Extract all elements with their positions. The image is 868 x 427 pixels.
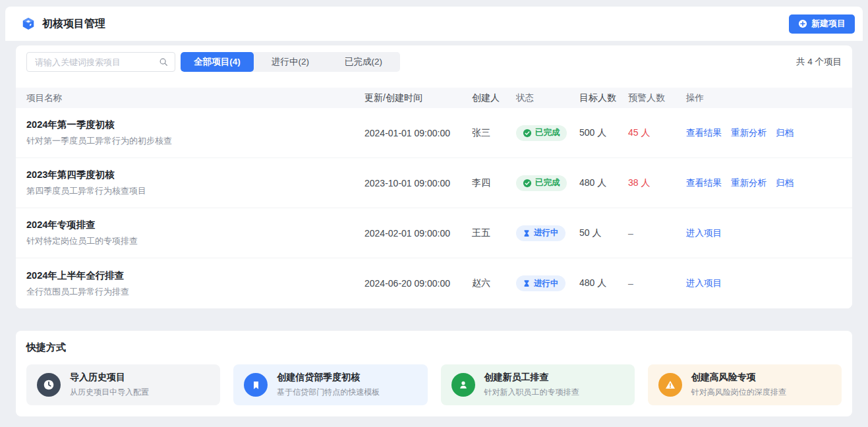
title-bar: 初核项目管理 新建项目: [5, 7, 863, 41]
plus-circle-icon: [798, 19, 807, 28]
shortcut-title: 导入历史项目: [70, 372, 149, 384]
bookmark-icon: [244, 373, 268, 397]
row-actions: 查看结果 重新分析 归档: [686, 127, 842, 139]
col-header-time: 更新/创建时间: [364, 92, 472, 104]
view-results-link[interactable]: 查看结果: [686, 177, 722, 189]
project-name-cell: 2024年专项排查 针对特定岗位员工的专项排查: [26, 219, 364, 247]
warning-count: –: [628, 278, 686, 289]
shortcut-text: 创建新员工排查 针对新入职员工的专项排查: [484, 372, 579, 398]
shortcut-desc: 针对高风险岗位的深度排查: [691, 387, 786, 398]
reanalyze-link[interactable]: 重新分析: [731, 127, 767, 139]
project-status-cell: 进行中: [516, 275, 579, 291]
status-badge: 已完成: [516, 175, 567, 191]
tab-completed[interactable]: 已完成(2): [327, 52, 400, 72]
clock-icon: [37, 373, 61, 397]
app-cube-logo-icon: [21, 16, 36, 31]
project-name-cell: 2024年第一季度初核 针对第一季度员工异常行为的初步核查: [26, 119, 364, 147]
status-label: 进行中: [534, 278, 559, 289]
shortcut-title: 创建新员工排查: [484, 372, 579, 384]
view-results-link[interactable]: 查看结果: [686, 127, 722, 139]
shortcuts-title: 快捷方式: [26, 341, 842, 354]
shortcut-create-high-risk-special[interactable]: 创建高风险专项 针对高风险岗位的深度排查: [648, 364, 842, 405]
new-project-button-label: 新建项目: [811, 18, 846, 30]
new-project-button[interactable]: 新建项目: [789, 14, 855, 34]
target-count: 50 人: [579, 227, 628, 239]
total-count: 共 4 个项目: [796, 56, 842, 68]
row-actions: 进入项目: [686, 277, 842, 289]
search-box[interactable]: [26, 52, 175, 72]
project-creator: 王五: [472, 227, 516, 239]
col-header-creator: 创建人: [472, 92, 516, 104]
shortcut-desc: 从历史项目中导入配置: [70, 387, 149, 398]
hourglass-icon: [523, 229, 531, 237]
warning-count: –: [628, 228, 686, 239]
tab-in-progress[interactable]: 进行中(2): [254, 52, 327, 72]
col-header-actions: 操作: [686, 92, 842, 104]
project-time: 2024-06-20 09:00:00: [364, 278, 472, 289]
shortcut-import-history[interactable]: 导入历史项目 从历史项目中导入配置: [26, 364, 220, 405]
enter-project-link[interactable]: 进入项目: [686, 227, 722, 239]
table-row: 2023年第四季度初核 第四季度员工异常行为核查项目 2023-10-01 09…: [16, 158, 852, 208]
shortcut-create-credit-quarterly[interactable]: 创建信贷部季度初核 基于信贷部门特点的快速模板: [233, 364, 427, 405]
project-time: 2023-10-01 09:00:00: [364, 178, 472, 188]
target-count: 500 人: [579, 127, 628, 139]
search-input[interactable]: [34, 57, 159, 68]
shortcut-text: 导入历史项目 从历史项目中导入配置: [70, 372, 149, 398]
reanalyze-link[interactable]: 重新分析: [731, 177, 767, 189]
check-circle-icon: [523, 128, 532, 138]
project-description: 针对特定岗位员工的专项排查: [26, 235, 364, 247]
project-description: 第四季度员工异常行为核查项目: [26, 185, 364, 197]
shortcut-grid: 导入历史项目 从历史项目中导入配置 创建信贷部季度初核 基于信贷部门特点的快速模…: [26, 364, 842, 405]
col-header-status: 状态: [516, 92, 579, 104]
enter-project-link[interactable]: 进入项目: [686, 277, 722, 289]
shortcut-text: 创建信贷部季度初核 基于信贷部门特点的快速模板: [277, 372, 380, 398]
shortcuts-card: 快捷方式 导入历史项目 从历史项目中导入配置 创建信贷部季度初核: [16, 331, 852, 416]
shortcut-desc: 基于信贷部门特点的快速模板: [277, 387, 380, 398]
hourglass-icon: [523, 279, 531, 287]
project-name-cell: 2024年上半年全行排查 全行范围员工异常行为排查: [26, 270, 364, 298]
archive-link[interactable]: 归档: [776, 177, 794, 189]
check-circle-icon: [523, 179, 532, 188]
project-status-cell: 进行中: [516, 225, 579, 241]
project-status-cell: 已完成: [516, 175, 579, 191]
status-label: 进行中: [534, 227, 559, 239]
project-status-cell: 已完成: [516, 125, 579, 141]
filter-tabs: 全部项目(4) 进行中(2) 已完成(2): [181, 52, 400, 72]
status-label: 已完成: [535, 177, 560, 188]
search-icon: [159, 57, 168, 67]
col-header-warning: 预警人数: [628, 92, 686, 104]
warning-triangle-icon: [658, 373, 682, 397]
project-time: 2024-02-01 09:00:00: [364, 228, 472, 239]
project-time: 2024-01-01 09:00:00: [364, 128, 472, 138]
status-badge: 进行中: [516, 275, 565, 291]
row-actions: 查看结果 重新分析 归档: [686, 177, 842, 189]
project-title: 2024年专项排查: [26, 219, 364, 231]
project-title: 2024年第一季度初核: [26, 119, 364, 131]
table-row: 2024年专项排查 针对特定岗位员工的专项排查 2024-02-01 09:00…: [16, 208, 852, 258]
toolbar: 全部项目(4) 进行中(2) 已完成(2) 共 4 个项目: [16, 45, 852, 72]
project-title: 2023年第四季度初核: [26, 169, 364, 181]
archive-link[interactable]: 归档: [776, 127, 794, 139]
shortcut-desc: 针对新入职员工的专项排查: [484, 387, 579, 398]
status-badge: 进行中: [516, 225, 565, 241]
shortcut-text: 创建高风险专项 针对高风险岗位的深度排查: [691, 372, 786, 398]
warning-count: 38 人: [628, 177, 686, 189]
status-badge: 已完成: [516, 125, 567, 141]
table-header: 项目名称 更新/创建时间 创建人 状态 目标人数 预警人数 操作: [16, 88, 852, 108]
table-row: 2024年上半年全行排查 全行范围员工异常行为排查 2024-06-20 09:…: [16, 258, 852, 308]
row-actions: 进入项目: [686, 227, 842, 239]
project-list-card: 全部项目(4) 进行中(2) 已完成(2) 共 4 个项目 项目名称 更新/创建…: [16, 45, 852, 308]
tab-all-projects[interactable]: 全部项目(4): [181, 52, 254, 72]
user-icon: [451, 373, 475, 397]
col-header-target: 目标人数: [579, 92, 628, 104]
shortcut-title: 创建高风险专项: [691, 372, 786, 384]
warning-count: 45 人: [628, 127, 686, 139]
page-title: 初核项目管理: [42, 17, 105, 31]
shortcut-create-new-employee-check[interactable]: 创建新员工排查 针对新入职员工的专项排查: [441, 364, 635, 405]
col-header-name: 项目名称: [26, 92, 364, 104]
project-creator: 张三: [472, 127, 516, 139]
target-count: 480 人: [579, 177, 628, 189]
shortcut-title: 创建信贷部季度初核: [277, 372, 380, 384]
project-creator: 李四: [472, 177, 516, 189]
project-title: 2024年上半年全行排查: [26, 270, 364, 282]
